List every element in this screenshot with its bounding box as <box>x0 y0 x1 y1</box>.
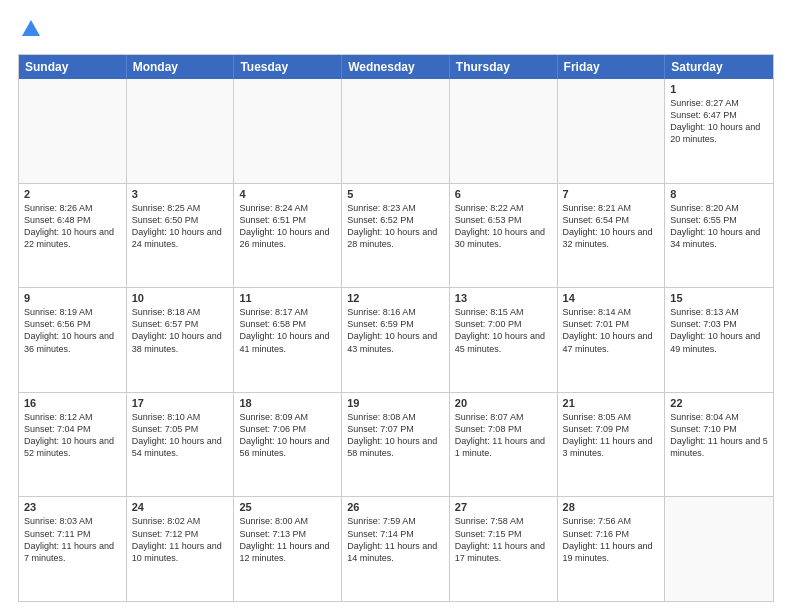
day-number: 11 <box>239 292 336 304</box>
day-cell-19: 19Sunrise: 8:08 AM Sunset: 7:07 PM Dayli… <box>342 393 450 497</box>
header-day-thursday: Thursday <box>450 55 558 79</box>
day-cell-26: 26Sunrise: 7:59 AM Sunset: 7:14 PM Dayli… <box>342 497 450 601</box>
day-info: Sunrise: 8:04 AM Sunset: 7:10 PM Dayligh… <box>670 411 768 460</box>
day-info: Sunrise: 8:13 AM Sunset: 7:03 PM Dayligh… <box>670 306 768 355</box>
day-cell-18: 18Sunrise: 8:09 AM Sunset: 7:06 PM Dayli… <box>234 393 342 497</box>
day-number: 21 <box>563 397 660 409</box>
header-day-sunday: Sunday <box>19 55 127 79</box>
page-header <box>18 18 774 44</box>
day-number: 13 <box>455 292 552 304</box>
calendar-row-2: 9Sunrise: 8:19 AM Sunset: 6:56 PM Daylig… <box>19 287 773 392</box>
day-number: 4 <box>239 188 336 200</box>
day-number: 3 <box>132 188 229 200</box>
calendar-row-3: 16Sunrise: 8:12 AM Sunset: 7:04 PM Dayli… <box>19 392 773 497</box>
day-cell-21: 21Sunrise: 8:05 AM Sunset: 7:09 PM Dayli… <box>558 393 666 497</box>
day-info: Sunrise: 8:22 AM Sunset: 6:53 PM Dayligh… <box>455 202 552 251</box>
day-info: Sunrise: 8:10 AM Sunset: 7:05 PM Dayligh… <box>132 411 229 460</box>
day-number: 16 <box>24 397 121 409</box>
header-day-tuesday: Tuesday <box>234 55 342 79</box>
day-number: 5 <box>347 188 444 200</box>
empty-cell <box>127 79 235 183</box>
day-cell-13: 13Sunrise: 8:15 AM Sunset: 7:00 PM Dayli… <box>450 288 558 392</box>
day-info: Sunrise: 8:09 AM Sunset: 7:06 PM Dayligh… <box>239 411 336 460</box>
calendar-header: SundayMondayTuesdayWednesdayThursdayFrid… <box>19 55 773 79</box>
day-number: 17 <box>132 397 229 409</box>
day-cell-17: 17Sunrise: 8:10 AM Sunset: 7:05 PM Dayli… <box>127 393 235 497</box>
day-number: 22 <box>670 397 768 409</box>
calendar-row-0: 1Sunrise: 8:27 AM Sunset: 6:47 PM Daylig… <box>19 79 773 183</box>
day-info: Sunrise: 7:56 AM Sunset: 7:16 PM Dayligh… <box>563 515 660 564</box>
day-number: 10 <box>132 292 229 304</box>
day-cell-4: 4Sunrise: 8:24 AM Sunset: 6:51 PM Daylig… <box>234 184 342 288</box>
day-number: 15 <box>670 292 768 304</box>
day-cell-15: 15Sunrise: 8:13 AM Sunset: 7:03 PM Dayli… <box>665 288 773 392</box>
day-info: Sunrise: 8:00 AM Sunset: 7:13 PM Dayligh… <box>239 515 336 564</box>
day-cell-28: 28Sunrise: 7:56 AM Sunset: 7:16 PM Dayli… <box>558 497 666 601</box>
svg-marker-0 <box>22 20 40 36</box>
day-number: 6 <box>455 188 552 200</box>
day-info: Sunrise: 8:19 AM Sunset: 6:56 PM Dayligh… <box>24 306 121 355</box>
day-info: Sunrise: 8:03 AM Sunset: 7:11 PM Dayligh… <box>24 515 121 564</box>
day-info: Sunrise: 8:24 AM Sunset: 6:51 PM Dayligh… <box>239 202 336 251</box>
day-cell-2: 2Sunrise: 8:26 AM Sunset: 6:48 PM Daylig… <box>19 184 127 288</box>
day-cell-12: 12Sunrise: 8:16 AM Sunset: 6:59 PM Dayli… <box>342 288 450 392</box>
day-cell-6: 6Sunrise: 8:22 AM Sunset: 6:53 PM Daylig… <box>450 184 558 288</box>
day-number: 20 <box>455 397 552 409</box>
header-day-monday: Monday <box>127 55 235 79</box>
day-number: 24 <box>132 501 229 513</box>
empty-cell <box>342 79 450 183</box>
day-info: Sunrise: 8:12 AM Sunset: 7:04 PM Dayligh… <box>24 411 121 460</box>
header-day-saturday: Saturday <box>665 55 773 79</box>
day-number: 27 <box>455 501 552 513</box>
day-cell-20: 20Sunrise: 8:07 AM Sunset: 7:08 PM Dayli… <box>450 393 558 497</box>
day-number: 9 <box>24 292 121 304</box>
day-cell-27: 27Sunrise: 7:58 AM Sunset: 7:15 PM Dayli… <box>450 497 558 601</box>
day-info: Sunrise: 8:25 AM Sunset: 6:50 PM Dayligh… <box>132 202 229 251</box>
empty-cell <box>665 497 773 601</box>
day-cell-22: 22Sunrise: 8:04 AM Sunset: 7:10 PM Dayli… <box>665 393 773 497</box>
day-number: 26 <box>347 501 444 513</box>
logo <box>18 18 46 44</box>
calendar-body: 1Sunrise: 8:27 AM Sunset: 6:47 PM Daylig… <box>19 79 773 601</box>
day-info: Sunrise: 8:02 AM Sunset: 7:12 PM Dayligh… <box>132 515 229 564</box>
header-day-wednesday: Wednesday <box>342 55 450 79</box>
day-number: 25 <box>239 501 336 513</box>
day-info: Sunrise: 7:58 AM Sunset: 7:15 PM Dayligh… <box>455 515 552 564</box>
day-cell-5: 5Sunrise: 8:23 AM Sunset: 6:52 PM Daylig… <box>342 184 450 288</box>
day-cell-7: 7Sunrise: 8:21 AM Sunset: 6:54 PM Daylig… <box>558 184 666 288</box>
day-info: Sunrise: 8:21 AM Sunset: 6:54 PM Dayligh… <box>563 202 660 251</box>
empty-cell <box>234 79 342 183</box>
day-cell-9: 9Sunrise: 8:19 AM Sunset: 6:56 PM Daylig… <box>19 288 127 392</box>
day-info: Sunrise: 8:23 AM Sunset: 6:52 PM Dayligh… <box>347 202 444 251</box>
empty-cell <box>558 79 666 183</box>
day-cell-23: 23Sunrise: 8:03 AM Sunset: 7:11 PM Dayli… <box>19 497 127 601</box>
day-number: 18 <box>239 397 336 409</box>
day-number: 28 <box>563 501 660 513</box>
day-cell-11: 11Sunrise: 8:17 AM Sunset: 6:58 PM Dayli… <box>234 288 342 392</box>
day-cell-25: 25Sunrise: 8:00 AM Sunset: 7:13 PM Dayli… <box>234 497 342 601</box>
calendar-page: SundayMondayTuesdayWednesdayThursdayFrid… <box>0 0 792 612</box>
day-info: Sunrise: 7:59 AM Sunset: 7:14 PM Dayligh… <box>347 515 444 564</box>
day-info: Sunrise: 8:14 AM Sunset: 7:01 PM Dayligh… <box>563 306 660 355</box>
day-number: 23 <box>24 501 121 513</box>
day-number: 2 <box>24 188 121 200</box>
day-info: Sunrise: 8:18 AM Sunset: 6:57 PM Dayligh… <box>132 306 229 355</box>
day-cell-10: 10Sunrise: 8:18 AM Sunset: 6:57 PM Dayli… <box>127 288 235 392</box>
day-info: Sunrise: 8:20 AM Sunset: 6:55 PM Dayligh… <box>670 202 768 251</box>
day-info: Sunrise: 8:15 AM Sunset: 7:00 PM Dayligh… <box>455 306 552 355</box>
day-number: 8 <box>670 188 768 200</box>
day-info: Sunrise: 8:26 AM Sunset: 6:48 PM Dayligh… <box>24 202 121 251</box>
day-number: 1 <box>670 83 768 95</box>
day-number: 19 <box>347 397 444 409</box>
day-info: Sunrise: 8:27 AM Sunset: 6:47 PM Dayligh… <box>670 97 768 146</box>
day-info: Sunrise: 8:16 AM Sunset: 6:59 PM Dayligh… <box>347 306 444 355</box>
empty-cell <box>19 79 127 183</box>
day-number: 12 <box>347 292 444 304</box>
day-number: 14 <box>563 292 660 304</box>
day-info: Sunrise: 8:05 AM Sunset: 7:09 PM Dayligh… <box>563 411 660 460</box>
day-cell-14: 14Sunrise: 8:14 AM Sunset: 7:01 PM Dayli… <box>558 288 666 392</box>
day-number: 7 <box>563 188 660 200</box>
logo-icon <box>20 18 42 40</box>
day-cell-24: 24Sunrise: 8:02 AM Sunset: 7:12 PM Dayli… <box>127 497 235 601</box>
day-cell-8: 8Sunrise: 8:20 AM Sunset: 6:55 PM Daylig… <box>665 184 773 288</box>
